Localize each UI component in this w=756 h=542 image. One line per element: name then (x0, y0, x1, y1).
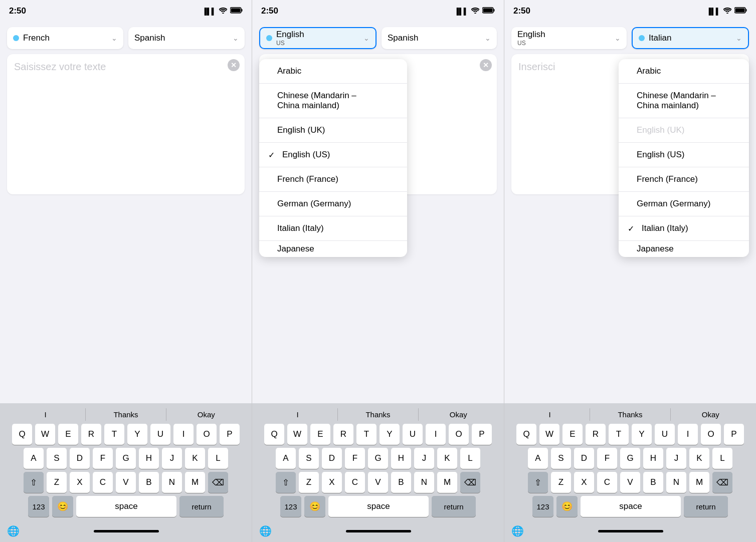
key-c-2[interactable]: C (345, 472, 365, 493)
key-d-1[interactable]: D (70, 448, 90, 469)
key-c-3[interactable]: C (597, 472, 617, 493)
dropdown-english-us-3[interactable]: English (US) (619, 143, 749, 167)
key-return-3[interactable]: return (684, 496, 728, 517)
lang-to-btn-3[interactable]: Italian ⌄ (632, 27, 749, 49)
key-z-3[interactable]: Z (551, 472, 571, 493)
key-d-2[interactable]: D (322, 448, 342, 469)
dropdown-french-3[interactable]: French (France) (619, 167, 749, 192)
key-num-3[interactable]: 123 (532, 496, 553, 517)
key-v-2[interactable]: V (368, 472, 388, 493)
key-return-1[interactable]: return (179, 496, 224, 517)
text-area-1[interactable]: Saisissez votre texte ✕ (7, 54, 245, 194)
dropdown-german-2[interactable]: German (Germany) (259, 192, 407, 216)
lang-from-btn-3[interactable]: English US ⌄ (511, 27, 627, 49)
lang-from-btn-2[interactable]: English US ⌄ (259, 27, 376, 49)
key-space-1[interactable]: space (76, 496, 176, 517)
key-s-2[interactable]: S (299, 448, 319, 469)
dropdown-chinese-2[interactable]: Chinese (Mandarin –China mainland) (259, 84, 407, 118)
key-emoji-3[interactable]: 😊 (556, 496, 578, 517)
key-j-3[interactable]: J (666, 448, 686, 469)
key-h-1[interactable]: H (139, 448, 159, 469)
key-z-1[interactable]: Z (47, 472, 67, 493)
key-t-3[interactable]: T (609, 424, 629, 445)
key-f-3[interactable]: F (597, 448, 617, 469)
autocomplete-thanks-3[interactable]: Thanks (590, 408, 670, 421)
key-v-1[interactable]: V (116, 472, 136, 493)
key-w-1[interactable]: W (35, 424, 55, 445)
key-b-2[interactable]: B (391, 472, 411, 493)
key-z-2[interactable]: Z (299, 472, 319, 493)
dropdown-arabic-3[interactable]: Arabic (619, 59, 749, 84)
key-h-2[interactable]: H (391, 448, 411, 469)
key-x-1[interactable]: X (70, 472, 90, 493)
key-m-3[interactable]: M (689, 472, 709, 493)
dropdown-english-us-2[interactable]: English (US) (259, 143, 407, 167)
key-i-2[interactable]: I (426, 424, 446, 445)
dropdown-arabic-2[interactable]: Arabic (259, 59, 407, 84)
dropdown-french-2[interactable]: French (France) (259, 167, 407, 192)
key-p-1[interactable]: P (220, 424, 240, 445)
autocomplete-okay-3[interactable]: Okay (671, 408, 750, 421)
globe-icon-2[interactable]: 🌐 (259, 525, 272, 537)
dropdown-german-3[interactable]: German (Germany) (619, 192, 749, 216)
key-b-3[interactable]: B (643, 472, 663, 493)
autocomplete-thanks-2[interactable]: Thanks (338, 408, 418, 421)
globe-icon-3[interactable]: 🌐 (511, 525, 524, 537)
key-n-3[interactable]: N (666, 472, 686, 493)
key-q-2[interactable]: Q (264, 424, 284, 445)
dropdown-japanese-2[interactable]: Japanese (259, 241, 407, 257)
lang-from-btn-1[interactable]: French ⌄ (7, 27, 123, 49)
key-c-1[interactable]: C (93, 472, 113, 493)
key-f-1[interactable]: F (93, 448, 113, 469)
key-shift-1[interactable]: ⇧ (24, 472, 44, 493)
key-v-3[interactable]: V (620, 472, 640, 493)
dropdown-italian-2[interactable]: Italian (Italy) (259, 216, 407, 241)
key-num-1[interactable]: 123 (28, 496, 49, 517)
key-d-3[interactable]: D (574, 448, 594, 469)
key-j-2[interactable]: J (414, 448, 434, 469)
key-y-1[interactable]: Y (127, 424, 147, 445)
key-t-1[interactable]: T (104, 424, 124, 445)
autocomplete-thanks-1[interactable]: Thanks (86, 408, 166, 421)
lang-to-btn-1[interactable]: Spanish ⌄ (128, 27, 245, 49)
autocomplete-i-3[interactable]: I (510, 408, 590, 421)
dropdown-chinese-3[interactable]: Chinese (Mandarin –China mainland) (619, 84, 749, 118)
dropdown-english-uk-3[interactable]: English (UK) (619, 118, 749, 143)
key-r-2[interactable]: R (333, 424, 353, 445)
key-x-3[interactable]: X (574, 472, 594, 493)
key-y-3[interactable]: Y (632, 424, 652, 445)
key-q-1[interactable]: Q (12, 424, 32, 445)
key-s-1[interactable]: S (47, 448, 67, 469)
key-e-2[interactable]: E (310, 424, 330, 445)
key-l-2[interactable]: L (460, 448, 480, 469)
key-backspace-3[interactable]: ⌫ (712, 472, 732, 493)
key-e-3[interactable]: E (562, 424, 583, 445)
key-p-3[interactable]: P (724, 424, 744, 445)
key-k-2[interactable]: K (437, 448, 457, 469)
key-k-1[interactable]: K (185, 448, 205, 469)
key-s-3[interactable]: S (551, 448, 571, 469)
key-p-2[interactable]: P (472, 424, 492, 445)
key-k-3[interactable]: K (689, 448, 709, 469)
key-e-1[interactable]: E (58, 424, 78, 445)
clear-btn-2[interactable]: ✕ (480, 59, 492, 71)
autocomplete-i-2[interactable]: I (258, 408, 338, 421)
key-u-1[interactable]: U (150, 424, 170, 445)
key-emoji-2[interactable]: 😊 (304, 496, 325, 517)
key-r-1[interactable]: R (81, 424, 101, 445)
key-space-2[interactable]: space (328, 496, 429, 517)
key-backspace-1[interactable]: ⌫ (208, 472, 228, 493)
key-u-3[interactable]: U (655, 424, 675, 445)
clear-btn-1[interactable]: ✕ (228, 59, 240, 71)
key-g-3[interactable]: G (620, 448, 640, 469)
key-a-3[interactable]: A (528, 448, 548, 469)
key-space-3[interactable]: space (581, 496, 681, 517)
key-w-3[interactable]: W (539, 424, 559, 445)
key-o-2[interactable]: O (449, 424, 469, 445)
key-t-2[interactable]: T (356, 424, 376, 445)
key-n-2[interactable]: N (414, 472, 434, 493)
lang-to-btn-2[interactable]: Spanish ⌄ (382, 27, 497, 49)
key-l-1[interactable]: L (208, 448, 228, 469)
key-b-1[interactable]: B (139, 472, 159, 493)
autocomplete-okay-2[interactable]: Okay (419, 408, 498, 421)
